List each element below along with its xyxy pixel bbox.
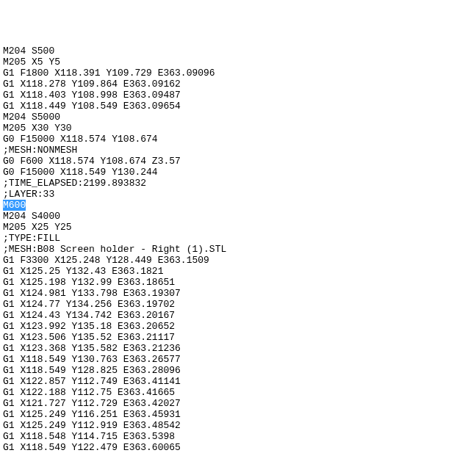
code-line[interactable]: G1 X118.549 Y128.825 E363.28096 — [3, 365, 473, 376]
code-line[interactable]: G1 X118.278 Y109.864 E363.09162 — [3, 79, 473, 90]
code-line[interactable]: M600 — [3, 200, 473, 211]
code-line[interactable]: G0 F600 X118.574 Y108.674 Z3.57 — [3, 156, 473, 167]
code-line[interactable]: M205 X25 Y25 — [3, 222, 473, 233]
code-line[interactable]: G1 X125.249 Y116.251 E363.45931 — [3, 409, 473, 420]
code-line[interactable]: G1 X124.77 Y134.256 E363.19702 — [3, 299, 473, 310]
code-line[interactable]: G1 X118.549 Y130.763 E363.26577 — [3, 354, 473, 365]
code-line[interactable]: G1 X118.403 Y108.998 E363.09487 — [3, 90, 473, 101]
code-line[interactable]: G1 X122.857 Y112.749 E363.41141 — [3, 376, 473, 387]
code-line[interactable]: G1 X122.188 Y112.75 E363.41665 — [3, 387, 473, 398]
code-line[interactable]: G1 X125.198 Y132.99 E363.18651 — [3, 277, 473, 288]
code-line[interactable]: ;TYPE:FILL — [3, 233, 473, 244]
code-line[interactable]: G1 X125.249 Y112.919 E363.48542 — [3, 420, 473, 431]
code-line[interactable]: G1 X118.449 Y108.549 E363.09654 — [3, 101, 473, 112]
code-line[interactable]: M204 S500 — [3, 46, 473, 57]
code-line[interactable]: G1 X121.727 Y112.729 E363.42027 — [3, 398, 473, 409]
code-line[interactable]: G1 X124.981 Y133.798 E363.19307 — [3, 288, 473, 299]
code-line[interactable]: G1 F3300 X125.248 Y128.449 E363.1509 — [3, 255, 473, 266]
code-line[interactable]: M204 S4000 — [3, 211, 473, 222]
code-line[interactable]: G1 X125.25 Y132.43 E363.1821 — [3, 266, 473, 277]
code-line[interactable]: G1 X118.548 Y114.715 E363.5398 — [3, 431, 473, 442]
code-line[interactable]: G1 X123.368 Y135.582 E363.21236 — [3, 343, 473, 354]
code-line[interactable]: G1 F1800 X118.391 Y109.729 E363.09096 — [3, 68, 473, 79]
code-line[interactable]: G1 X123.992 Y135.18 E363.20652 — [3, 321, 473, 332]
code-line[interactable]: M204 S5000 — [3, 112, 473, 123]
code-line[interactable]: M205 X30 Y30 — [3, 123, 473, 134]
gcode-text-editor[interactable]: M204 S500M205 X5 Y5G1 F1800 X118.391 Y10… — [3, 46, 473, 453]
code-line[interactable]: G1 X118.549 Y122.479 E363.60065 — [3, 442, 473, 453]
code-line[interactable]: ;MESH:B08 Screen holder - Right (1).STL — [3, 244, 473, 255]
code-line[interactable]: ;TIME_ELAPSED:2199.893832 — [3, 178, 473, 189]
highlighted-text[interactable]: M600 — [3, 200, 26, 211]
code-line[interactable]: ;MESH:NONMESH — [3, 145, 473, 156]
code-line[interactable]: G1 X123.506 Y135.52 E363.21117 — [3, 332, 473, 343]
code-line[interactable]: M205 X5 Y5 — [3, 57, 473, 68]
code-line[interactable]: G0 F15000 X118.574 Y108.674 — [3, 134, 473, 145]
code-line[interactable]: G1 X124.43 Y134.742 E363.20167 — [3, 310, 473, 321]
code-line[interactable]: ;LAYER:33 — [3, 189, 473, 200]
code-line[interactable]: G0 F15000 X118.549 Y130.244 — [3, 167, 473, 178]
